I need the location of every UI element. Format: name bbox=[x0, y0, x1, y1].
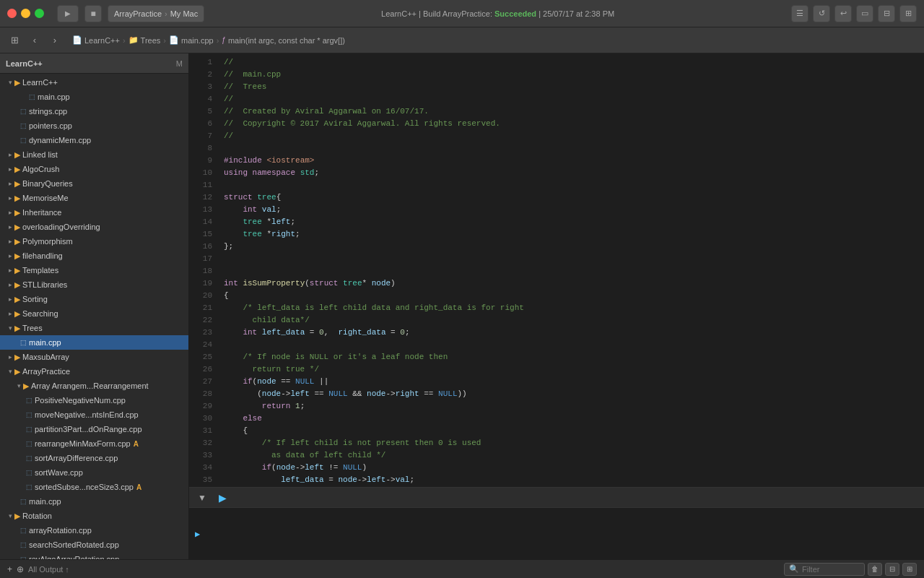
code-line: tree *left; bbox=[224, 216, 924, 228]
line-num: 31 bbox=[189, 425, 218, 437]
folder-icon: ▶ bbox=[14, 353, 20, 362]
modified-badge: A bbox=[136, 483, 141, 491]
sidebar-item-templates[interactable]: ▸ ▶ Templates bbox=[0, 263, 188, 277]
run-button[interactable]: ▶ bbox=[57, 5, 79, 22]
sidebar-item-sortwave[interactable]: ⬚ sortWave.cpp bbox=[0, 465, 188, 480]
layout-triple-icon[interactable]: ⊞ bbox=[899, 5, 917, 22]
sidebar-item-rotation[interactable]: ▾ ▶ Rotation bbox=[0, 509, 188, 523]
arrow-icon: ▸ bbox=[6, 165, 14, 173]
sidebar-item-sorting[interactable]: ▸ ▶ Sorting bbox=[0, 292, 188, 306]
line-num: 2 bbox=[189, 69, 218, 81]
code-line: left_data = node->left->val; bbox=[224, 474, 924, 486]
breadcrumb-func[interactable]: ƒ main(int argc, const char * argv[]) bbox=[222, 36, 345, 45]
sidebar-item-overloading[interactable]: ▸ ▶ overloadingOverriding bbox=[0, 220, 188, 234]
sidebar-item-arraypractice[interactable]: ▾ ▶ ArrayPractice bbox=[0, 364, 188, 379]
minimize-button[interactable] bbox=[21, 9, 30, 18]
sidebar-item-partition3[interactable]: ⬚ partition3Part...dOnRange.cpp bbox=[0, 422, 188, 436]
sidebar-item-trees-maincpp[interactable]: ⬚ main.cpp bbox=[0, 335, 188, 350]
scheme-selector[interactable]: ArrayPractice › My Mac bbox=[108, 5, 204, 22]
layout-single-icon[interactable]: ▭ bbox=[856, 5, 873, 22]
sidebar-item-movenegative[interactable]: ⬚ moveNegative...ntsInEnd.cpp bbox=[0, 407, 188, 422]
layout-btn-2[interactable]: ⊞ bbox=[902, 563, 917, 576]
sidebar-item-pointers[interactable]: ⬚ pointers.cpp bbox=[0, 118, 188, 133]
line-num: 15 bbox=[189, 228, 218, 241]
jump-icon[interactable]: ↩ bbox=[834, 5, 852, 22]
code-content[interactable]: // // main.cpp // Trees // // Created by… bbox=[218, 53, 924, 487]
sidebar-item-rearrange[interactable]: ⬚ rearrangeMinMaxForm.cpp A bbox=[0, 436, 188, 451]
cpp-file-icon: ⬚ bbox=[26, 411, 32, 418]
sidebar-item-binaryqueries[interactable]: ▸ ▶ BinaryQueries bbox=[0, 176, 188, 191]
sidebar-item-algocrush[interactable]: ▸ ▶ AlgoCrush bbox=[0, 162, 188, 176]
folder-icon: ▶ bbox=[14, 309, 20, 319]
folder-icon: ▶ bbox=[14, 280, 20, 290]
folder-icon: ▶ bbox=[14, 266, 20, 275]
sidebar-item-arraypractice-main[interactable]: ⬚ main.cpp bbox=[0, 494, 188, 509]
sidebar-item-learncpp-root[interactable]: ▾ ▶ LearnC++ bbox=[0, 75, 188, 90]
line-num: 23 bbox=[189, 327, 218, 339]
sidebar-item-filehandling[interactable]: ▸ ▶ filehandling bbox=[0, 249, 188, 263]
sidebar-item-memoriseme[interactable]: ▸ ▶ MemoriseMe bbox=[0, 191, 188, 205]
folder-icon: ▶ bbox=[14, 208, 20, 217]
back-icon[interactable]: ‹ bbox=[26, 32, 43, 49]
breadcrumb-maincpp[interactable]: 📄 main.cpp bbox=[169, 35, 214, 45]
filter-box[interactable]: 🔍 bbox=[784, 563, 865, 576]
all-output-button[interactable]: All Output ↑ bbox=[28, 565, 69, 574]
code-line: // main.cpp bbox=[224, 69, 924, 81]
sidebar-item-arrayrotation[interactable]: ⬚ arrayRotation.cpp bbox=[0, 523, 188, 538]
sidebar-item-searching[interactable]: ▸ ▶ Searching bbox=[0, 306, 188, 321]
sidebar-item-array-rearrangement[interactable]: ▾ ▶ Array Arrangem...Rearrangement bbox=[0, 379, 188, 393]
forward-icon[interactable]: › bbox=[46, 32, 64, 49]
maximize-button[interactable] bbox=[35, 9, 44, 18]
sidebar-item-positivenegative[interactable]: ⬚ PositiveNegativeNum.cpp bbox=[0, 393, 188, 407]
cpp-file-icon: ⬚ bbox=[20, 122, 27, 129]
sidebar-item-maxsubarray[interactable]: ▸ ▶ MaxsubArray bbox=[0, 350, 188, 364]
sidebar-item-label: Trees bbox=[22, 324, 43, 332]
add-icon[interactable]: + bbox=[7, 564, 12, 574]
sidebar-item-label: main.cpp bbox=[29, 497, 61, 506]
layout-btn-1[interactable]: ⊟ bbox=[885, 563, 899, 576]
sidebar-item-dynamicmem[interactable]: ⬚ dynamicMem.cpp bbox=[0, 133, 188, 147]
trash-button[interactable]: 🗑 bbox=[868, 563, 882, 576]
code-line: }; bbox=[224, 241, 924, 253]
grid-icon[interactable]: ⊞ bbox=[6, 32, 23, 49]
sidebar-item-sortarraydiff[interactable]: ⬚ sortArrayDifference.cpp bbox=[0, 451, 188, 465]
refresh-icon[interactable]: ↺ bbox=[813, 5, 830, 22]
sidebar-item-main-cpp-lc[interactable]: ⬚ main.cpp bbox=[0, 90, 188, 104]
arrow-icon: ▸ bbox=[6, 223, 14, 230]
folder-icon: ▶ bbox=[14, 78, 20, 87]
breadcrumb-sep-1: › bbox=[123, 36, 126, 45]
sidebar-item-sortedsubseq[interactable]: ⬚ sortedSubse...nceSize3.cpp A bbox=[0, 480, 188, 494]
location-icon[interactable]: ⊕ bbox=[17, 564, 24, 574]
sidebar-item-revalgo[interactable]: ⬚ revAlgoArrayRotation.cpp bbox=[0, 552, 188, 559]
stop-button[interactable]: ■ bbox=[84, 5, 102, 22]
code-line bbox=[224, 179, 924, 191]
folder-icon: ▶ bbox=[14, 367, 20, 376]
line-num: 29 bbox=[189, 400, 218, 413]
layout-split-icon[interactable]: ⊟ bbox=[878, 5, 895, 22]
terminal-icon[interactable]: ▶ bbox=[215, 491, 230, 505]
collapse-icon[interactable]: ▼ bbox=[195, 491, 209, 505]
breadcrumb-learncpp[interactable]: 📄 LearnC++ bbox=[72, 35, 120, 45]
close-button[interactable] bbox=[7, 9, 17, 18]
sidebar-item-polymorphism[interactable]: ▸ ▶ Polymorphism bbox=[0, 234, 188, 249]
sidebar-item-label: sortArrayDifference.cpp bbox=[35, 454, 118, 462]
sidebar-tree[interactable]: ▾ ▶ LearnC++ ⬚ main.cpp ⬚ strings.cpp ⬚ … bbox=[0, 74, 188, 559]
editor-layout-icon[interactable]: ☰ bbox=[791, 5, 808, 22]
sidebar-item-linkedlist[interactable]: ▸ ▶ Linked list bbox=[0, 147, 188, 162]
sidebar-item-inheritance[interactable]: ▸ ▶ Inheritance bbox=[0, 205, 188, 220]
sidebar-item-label: overloadingOverriding bbox=[22, 223, 100, 231]
sidebar-item-stllibraries[interactable]: ▸ ▶ STLLibraries bbox=[0, 277, 188, 292]
code-line: #include <iostream> bbox=[224, 155, 924, 167]
code-line: using namespace std; bbox=[224, 167, 924, 179]
line-num: 7 bbox=[189, 130, 218, 142]
sidebar-item-strings[interactable]: ⬚ strings.cpp bbox=[0, 104, 188, 118]
sidebar-item-searchsorted[interactable]: ⬚ searchSortedRotated.cpp bbox=[0, 538, 188, 552]
sidebar-item-trees[interactable]: ▾ ▶ Trees bbox=[0, 321, 188, 335]
folder-icon: ▶ bbox=[14, 295, 20, 304]
folder-icon: ▶ bbox=[14, 165, 20, 174]
breadcrumb-trees[interactable]: 📁 Trees bbox=[128, 35, 161, 45]
folder-icon: ▶ bbox=[23, 381, 29, 391]
arrow-icon: ▾ bbox=[6, 512, 14, 519]
code-scroll[interactable]: 1 2 3 4 5 6 7 8 9 10 11 12 13 14 15 16 1… bbox=[189, 53, 924, 487]
filter-input[interactable] bbox=[802, 565, 860, 574]
